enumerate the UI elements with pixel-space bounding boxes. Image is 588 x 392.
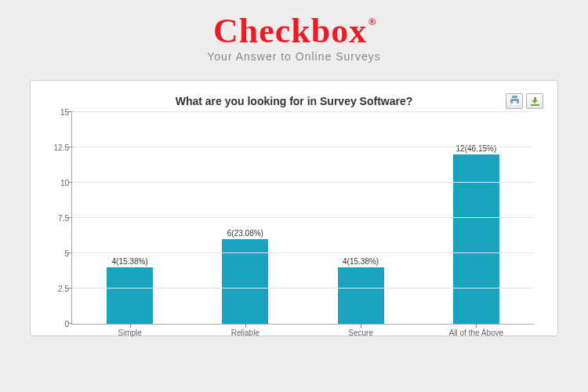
gridline <box>72 147 534 147</box>
gridline <box>72 111 534 112</box>
bar <box>453 154 499 324</box>
download-icon <box>531 97 539 106</box>
x-tick <box>245 324 246 328</box>
x-tick-label: Reliable <box>231 328 260 337</box>
printer-icon <box>510 98 519 105</box>
bar <box>107 267 153 324</box>
registered-mark: ® <box>368 16 376 27</box>
x-tick-label: All of the Above <box>449 328 504 337</box>
gridline <box>72 252 534 253</box>
bar-value-label: 12(46.15%) <box>456 144 497 153</box>
x-tick <box>476 324 477 328</box>
y-tick-label: 7.5 <box>49 214 69 223</box>
brand-logo: Checkbox® <box>213 14 375 49</box>
chart-bars: 4(15.38%)6(23.08%)4(15.38%)12(46.15%) <box>72 112 534 324</box>
chart-plot-area: 4(15.38%)6(23.08%)4(15.38%)12(46.15%) 02… <box>71 112 534 325</box>
y-tick-label: 15 <box>49 108 69 117</box>
y-tick-label: 5 <box>49 249 69 258</box>
y-tick-label: 10 <box>49 179 69 187</box>
x-tick-label: Secure <box>348 328 373 337</box>
brand-name: Checkbox <box>213 12 367 50</box>
brand-tagline: Your Answer to Online Surveys <box>0 50 588 63</box>
y-tick-label: 12.5 <box>49 143 69 152</box>
y-tick-label: 2.5 <box>49 285 69 293</box>
chart-card: What are you looking for in Survey Softw… <box>30 80 558 336</box>
print-button[interactable] <box>506 93 523 109</box>
bar-value-label: 4(15.38%) <box>343 257 379 266</box>
x-tick <box>130 324 131 328</box>
y-tick-label: 0 <box>49 320 69 328</box>
x-tick-label: Simple <box>118 328 142 337</box>
download-button[interactable] <box>526 93 543 109</box>
bar <box>338 267 384 324</box>
x-tick <box>361 324 361 328</box>
gridline <box>72 217 534 218</box>
chart-title: What are you looking for in Survey Softw… <box>48 95 540 107</box>
chart-toolbar <box>506 93 543 109</box>
header: Checkbox® Your Answer to Online Surveys <box>0 0 588 63</box>
bar-value-label: 6(23.08%) <box>227 229 263 238</box>
gridline <box>72 288 534 289</box>
bar-value-label: 4(15.38%) <box>112 257 148 266</box>
gridline <box>72 182 534 183</box>
